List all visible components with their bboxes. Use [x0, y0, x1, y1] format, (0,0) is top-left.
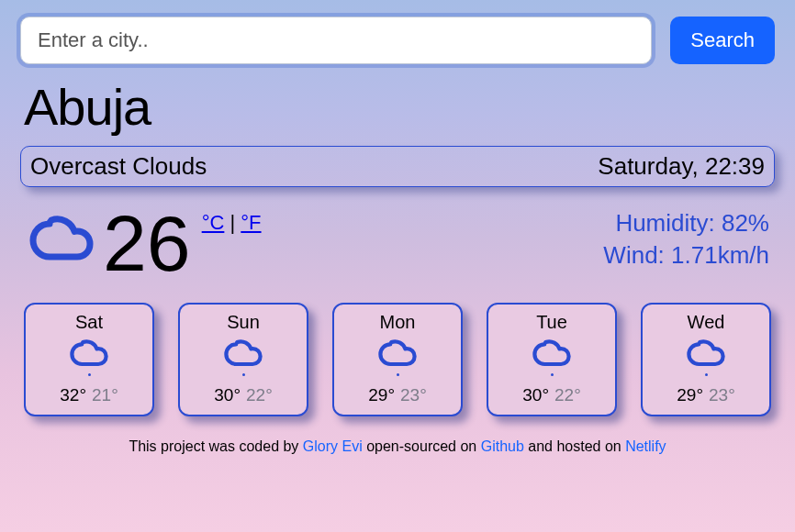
cloud-icon: [26, 211, 97, 270]
footer-text: This project was coded by: [129, 438, 302, 454]
condition-bar: Overcast Clouds Saturday, 22:39: [20, 146, 775, 187]
forecast-high: 30°: [214, 385, 241, 405]
wind-row: Wind: 1.71km/h: [603, 239, 769, 272]
footer-text: and hosted on: [524, 438, 625, 454]
stats-block: Humidity: 82% Wind: 1.71km/h: [603, 207, 769, 272]
unit-separator: |: [224, 211, 241, 234]
forecast-low: 23°: [400, 385, 427, 405]
forecast-row: Sat 32°21° Sun 30°22° Mon 29°: [20, 303, 775, 416]
footer-text: open-sourced on: [363, 438, 481, 454]
forecast-card: Sun 30°22°: [178, 303, 308, 416]
forecast-temps: 29°23°: [340, 385, 455, 405]
forecast-high: 29°: [677, 385, 703, 405]
forecast-day: Sun: [185, 312, 301, 333]
humidity-value: 82%: [722, 209, 769, 237]
cloud-icon: [185, 337, 301, 376]
footer-link-github[interactable]: Github: [481, 438, 524, 454]
cloud-icon: [340, 337, 455, 376]
wind-label: Wind:: [603, 241, 671, 269]
unit-fahrenheit[interactable]: °F: [241, 211, 261, 234]
forecast-card: Mon 29°23°: [332, 303, 463, 416]
forecast-high: 29°: [368, 385, 395, 405]
forecast-card: Tue 30°22°: [487, 303, 617, 416]
humidity-label: Humidity:: [615, 209, 722, 237]
search-button[interactable]: Search: [670, 17, 775, 64]
forecast-card: Wed 29°23°: [641, 303, 771, 416]
cloud-icon: [31, 337, 147, 376]
forecast-card: Sat 32°21°: [24, 303, 154, 416]
search-input[interactable]: [20, 17, 652, 64]
cloud-icon: [494, 337, 610, 376]
forecast-day: Mon: [340, 312, 455, 333]
forecast-day: Sat: [31, 312, 147, 333]
forecast-high: 32°: [60, 385, 86, 405]
forecast-low: 22°: [246, 385, 273, 405]
wind-value: 1.71km/h: [671, 241, 769, 269]
forecast-temps: 30°22°: [185, 385, 301, 405]
forecast-day: Wed: [648, 312, 764, 333]
forecast-high: 30°: [522, 385, 549, 405]
unit-toggle: °C | °F: [202, 211, 262, 235]
temperature-block: 26 °C | °F: [26, 204, 262, 283]
forecast-temps: 29°23°: [648, 385, 764, 405]
cloud-icon: [648, 337, 764, 376]
forecast-day: Tue: [494, 312, 610, 333]
city-name: Abuja: [24, 77, 775, 137]
footer-link-netlify[interactable]: Netlify: [625, 438, 666, 454]
forecast-low: 22°: [554, 385, 581, 405]
current-weather: 26 °C | °F Humidity: 82% Wind: 1.71km/h: [20, 204, 775, 283]
footer-link-author[interactable]: Glory Evi: [303, 438, 363, 454]
datetime-text: Saturday, 22:39: [598, 152, 765, 181]
footer: This project was coded by Glory Evi open…: [20, 438, 775, 455]
temperature-value: 26: [103, 204, 191, 283]
unit-celsius[interactable]: °C: [202, 211, 225, 234]
humidity-row: Humidity: 82%: [603, 207, 769, 239]
forecast-low: 21°: [92, 385, 118, 405]
condition-text: Overcast Clouds: [30, 152, 207, 181]
search-row: Search: [20, 17, 775, 64]
forecast-temps: 32°21°: [31, 385, 147, 405]
forecast-low: 23°: [709, 385, 735, 405]
forecast-temps: 30°22°: [494, 385, 610, 405]
